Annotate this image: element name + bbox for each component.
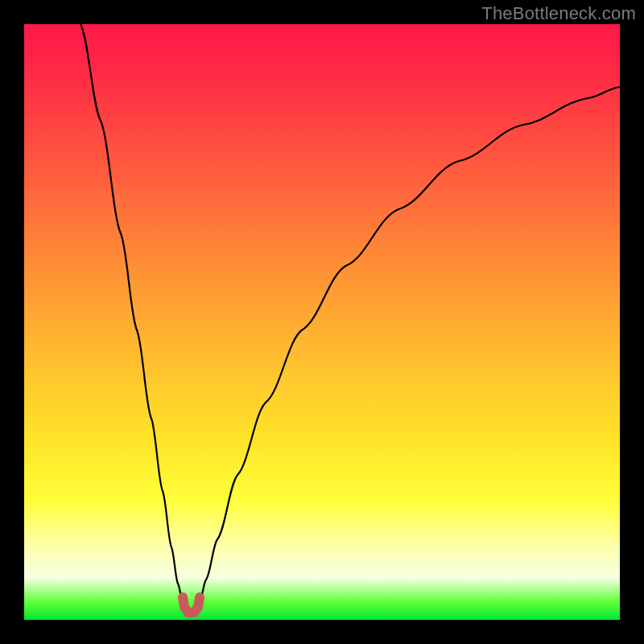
chart-svg — [24, 24, 620, 620]
valley-u-marker — [183, 597, 200, 613]
curve-right — [200, 87, 620, 602]
outer-frame: TheBottleneck.com — [0, 0, 644, 644]
bottleneck-chart — [24, 24, 620, 620]
watermark-text: TheBottleneck.com — [481, 3, 636, 24]
curve-left — [80, 24, 183, 602]
